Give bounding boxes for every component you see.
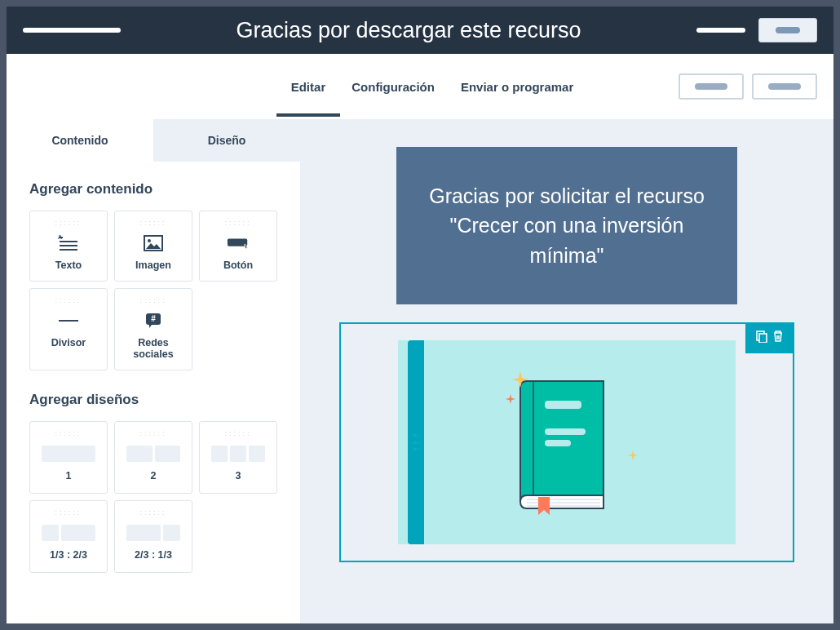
layout-grid: :::::: 1 :::::: 2 :::::: 3 <box>29 421 277 573</box>
card-label: 1/3 : 2/3 <box>50 549 87 561</box>
delete-icon[interactable] <box>771 330 785 346</box>
app-window: Gracias por descargar este recurso Edita… <box>7 7 833 623</box>
card-label: Texto <box>55 260 82 271</box>
email-header-text: Gracias por solicitar el recurso "Crecer… <box>421 181 713 270</box>
svg-rect-14 <box>545 428 586 435</box>
drag-handle-icon: :::::: <box>139 430 166 437</box>
card-label: Divisor <box>51 337 86 348</box>
secondary-button-2[interactable] <box>752 73 817 100</box>
sidebar: Contenido Diseño Agregar contenido :::::… <box>7 119 300 623</box>
tab-editar[interactable]: Editar <box>291 57 326 117</box>
drag-handle-icon: :::::: <box>139 509 166 517</box>
image-block-content: ::::::::: <box>398 340 736 544</box>
drag-handle-icon: :::::: <box>55 297 82 304</box>
svg-rect-8 <box>759 334 767 343</box>
card-label: Imagen <box>135 260 171 271</box>
topbar-actions <box>696 18 817 42</box>
content-card-texto[interactable]: :::::: A Texto <box>29 211 108 282</box>
subtab-contenido[interactable]: Contenido <box>7 119 153 162</box>
main: Contenido Diseño Agregar contenido :::::… <box>7 119 833 623</box>
layout-card-1-2[interactable]: :::::: 1/3 : 2/3 <box>29 500 108 573</box>
sparkle-icon <box>512 371 528 388</box>
sidebar-subtabs: Contenido Diseño <box>7 119 300 162</box>
card-label: Botón <box>223 260 253 271</box>
sparkle-icon <box>506 394 515 404</box>
copy-icon[interactable] <box>755 330 768 346</box>
layout-card-2[interactable]: :::::: 2 <box>114 421 192 494</box>
selected-image-block[interactable]: ::::::::: <box>339 322 794 562</box>
content-card-boton[interactable]: :::::: Botón <box>199 211 277 282</box>
drag-handle-icon: :::::: <box>139 220 166 227</box>
layout-card-2-1[interactable]: :::::: 2/3 : 1/3 <box>114 500 192 573</box>
social-icon: # <box>142 311 165 331</box>
topbar-logo-placeholder <box>23 28 121 33</box>
tab-enviar[interactable]: Enviar o programar <box>461 57 573 117</box>
card-label: 3 <box>236 470 241 481</box>
secondary-button-1[interactable] <box>679 73 744 100</box>
canvas[interactable]: Gracias por solicitar el recurso "Crecer… <box>300 119 833 623</box>
card-label: 2 <box>151 470 157 481</box>
content-card-redes[interactable]: :::::: # Redes sociales <box>114 288 192 370</box>
section-title-layout: Agregar diseños <box>29 392 277 408</box>
sidebar-content: Agregar contenido :::::: A Texto :::::: <box>7 162 300 592</box>
content-card-divisor[interactable]: :::::: Divisor <box>29 288 108 370</box>
drag-handle-icon: :::::: <box>224 430 251 437</box>
layout-card-3[interactable]: :::::: 3 <box>199 421 277 494</box>
layout-card-1[interactable]: :::::: 1 <box>29 421 108 494</box>
subtab-diseno[interactable]: Diseño <box>153 119 300 162</box>
drag-handle-icon: :::::: <box>55 430 82 437</box>
topbar: Gracias por descargar este recurso <box>7 7 833 54</box>
card-label: Redes sociales <box>120 337 187 360</box>
nav-tabs: Editar Configuración Enviar o programar <box>291 57 574 117</box>
svg-point-2 <box>148 239 151 242</box>
svg-rect-13 <box>545 401 581 409</box>
email-header-block[interactable]: Gracias por solicitar el recurso "Crecer… <box>396 147 737 304</box>
drag-handle-icon: :::::: <box>139 297 166 304</box>
card-label: 1 <box>66 470 72 481</box>
svg-rect-15 <box>545 440 571 446</box>
page-title: Gracias por descargar este recurso <box>236 18 581 43</box>
drag-handle-icon: :::::: <box>224 220 251 227</box>
block-toolbar <box>745 322 794 353</box>
sparkle-icon <box>628 450 638 460</box>
topbar-primary-button[interactable] <box>758 18 817 42</box>
topbar-link-placeholder[interactable] <box>696 28 745 33</box>
tab-configuracion[interactable]: Configuración <box>351 57 435 117</box>
image-icon <box>142 233 165 253</box>
text-icon: A <box>57 233 80 253</box>
button-icon <box>227 233 250 253</box>
section-title-content: Agregar contenido <box>29 181 277 197</box>
drag-handle-icon: :::::: <box>55 509 82 517</box>
secondary-actions <box>679 73 817 100</box>
divider-icon <box>57 311 80 331</box>
secondary-nav: Editar Configuración Enviar o programar <box>7 54 833 119</box>
content-card-imagen[interactable]: :::::: Imagen <box>114 211 192 282</box>
content-grid: :::::: A Texto :::::: Imagen <box>29 211 277 370</box>
card-label: 2/3 : 1/3 <box>135 549 172 561</box>
svg-text:#: # <box>151 314 156 323</box>
svg-text:A: A <box>58 235 62 240</box>
tablet-bezel: ::::::::: <box>408 340 424 544</box>
book-illustration <box>506 365 628 520</box>
drag-handle-icon: :::::: <box>55 220 82 227</box>
